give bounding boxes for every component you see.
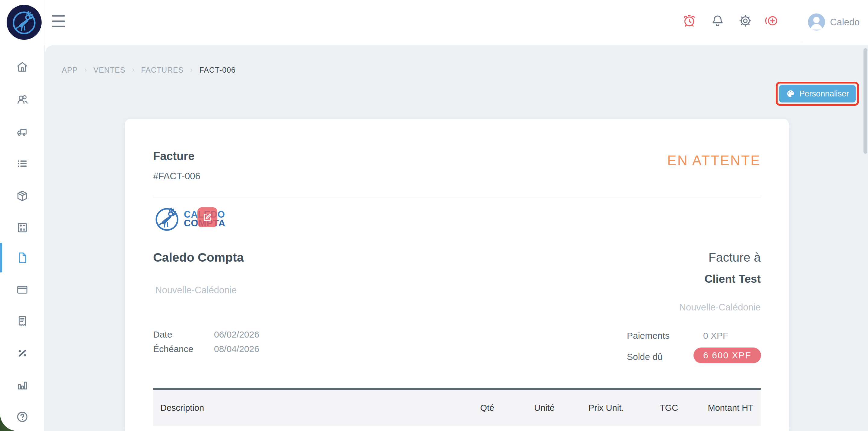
palette-icon	[786, 89, 795, 98]
due-label: Échéance	[153, 344, 193, 354]
date-label: Date	[153, 330, 172, 340]
quick-add-button[interactable]	[764, 13, 779, 28]
personalize-label: Personnaliser	[799, 89, 849, 98]
personalize-button[interactable]: Personnaliser	[779, 85, 856, 102]
cagou-bird-icon	[153, 205, 181, 233]
sidebar-item-payments[interactable]	[0, 283, 44, 297]
invoice-number: #FACT-006	[153, 171, 200, 182]
user-avatar[interactable]	[807, 13, 826, 31]
bar-chart-icon	[16, 378, 29, 392]
scrollbar[interactable]	[864, 48, 867, 154]
credit-card-icon	[16, 283, 29, 297]
sidebar-item-contacts[interactable]	[0, 93, 44, 106]
sidebar-item-help[interactable]	[0, 410, 44, 424]
annotation-highlight: Personnaliser	[776, 82, 859, 106]
package-box-icon	[16, 189, 29, 203]
balance-due-badge: 6 600 XPF	[693, 347, 761, 363]
menu-toggle-button[interactable]	[52, 15, 65, 27]
topbar-divider	[44, 0, 45, 45]
gear-icon	[738, 13, 752, 28]
bell-icon	[710, 13, 725, 28]
notifications-button[interactable]	[710, 13, 725, 28]
truck-icon	[16, 125, 29, 139]
sidebar-item-deliveries[interactable]	[0, 125, 44, 139]
due-value: 08/04/2026	[214, 344, 259, 354]
breadcrumb-ventes[interactable]: VENTES	[93, 66, 125, 74]
alarm-clock-button[interactable]	[682, 13, 697, 28]
users-icon	[16, 93, 29, 106]
cagou-bird-icon	[10, 8, 38, 36]
sidebar-item-reports[interactable]	[0, 378, 44, 392]
sidebar-item-receipts[interactable]	[0, 314, 44, 328]
col-unit-price: Prix Unit.	[555, 403, 624, 413]
col-tgc: TGC	[624, 403, 678, 413]
invoice-status: EN ATTENTE	[667, 152, 761, 168]
invoice-title: Facture	[153, 150, 194, 163]
home-icon	[16, 60, 29, 74]
sidebar-item-list[interactable]	[0, 157, 44, 171]
line-items-table: Description Qté Unité Prix Unit. TGC Mon…	[153, 388, 761, 426]
sidebar-item-taxes[interactable]	[0, 346, 44, 360]
app-logo[interactable]	[7, 5, 41, 40]
bill-to-heading: Facture à	[709, 250, 761, 265]
topbar: Caledo	[0, 0, 868, 45]
circle-plus-icon	[764, 13, 778, 28]
logo-edit-button[interactable]	[197, 207, 217, 227]
col-unit: Unité	[494, 403, 555, 413]
breadcrumb: APP VENTES FACTURES FACT-006	[62, 66, 236, 74]
chevron-right-icon	[83, 67, 89, 73]
client-name: Client Test	[705, 273, 761, 285]
calculator-icon	[16, 221, 29, 235]
receipt-icon	[16, 314, 29, 328]
company-name: Caledo Compta	[153, 250, 244, 265]
balance-label: Solde dû	[627, 352, 662, 362]
sidebar-item-documents[interactable]	[0, 251, 44, 265]
avatar-icon	[807, 13, 826, 31]
header-divider	[153, 197, 761, 197]
help-icon	[16, 410, 29, 424]
invoice-card: Facture #FACT-006 EN ATTENTE CALEDO COMP…	[125, 119, 789, 431]
user-name[interactable]: Caledo	[830, 17, 860, 28]
sidebar-item-home[interactable]	[0, 60, 44, 74]
breadcrumb-factures[interactable]: FACTURES	[141, 66, 184, 74]
alarm-clock-icon	[682, 13, 696, 28]
topbar-user-divider	[802, 2, 802, 43]
company-region: Nouvelle-Calédonie	[155, 285, 237, 296]
col-qty: Qté	[458, 403, 494, 413]
chevron-right-icon	[130, 67, 136, 73]
sidebar-item-products[interactable]	[0, 189, 44, 203]
sidebar	[0, 45, 44, 431]
client-region: Nouvelle-Calédonie	[679, 302, 761, 313]
payments-value: 0 XPF	[703, 331, 728, 341]
edit-icon	[202, 212, 213, 223]
sidebar-item-calculator[interactable]	[0, 221, 44, 235]
list-icon	[16, 157, 29, 171]
payments-label: Paiements	[627, 331, 670, 341]
col-amount-ht: Montant HT	[678, 403, 753, 413]
breadcrumb-app[interactable]: APP	[62, 66, 78, 74]
chevron-right-icon	[188, 67, 194, 73]
breadcrumb-current: FACT-006	[199, 66, 236, 74]
table-header-row: Description Qté Unité Prix Unit. TGC Mon…	[153, 390, 761, 426]
date-value: 06/02/2026	[214, 330, 259, 340]
settings-button[interactable]	[738, 13, 753, 28]
document-icon	[16, 251, 29, 265]
percent-icon	[16, 346, 29, 360]
col-description: Description	[160, 403, 458, 413]
